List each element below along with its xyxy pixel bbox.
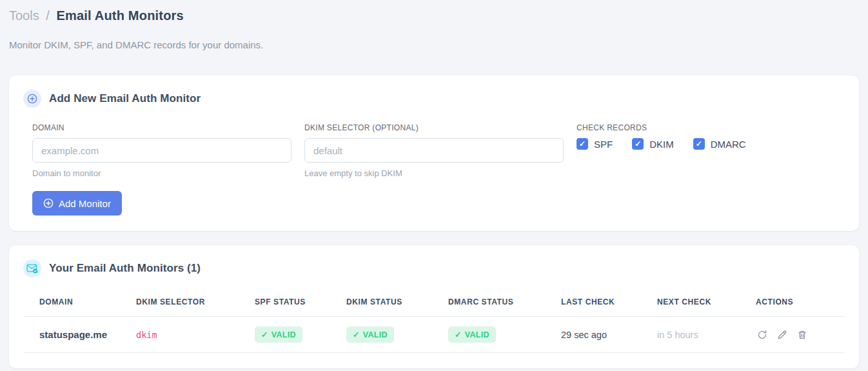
dmarc-status-text: VALID (465, 330, 489, 339)
add-monitor-card-title: Add New Email Auth Monitor (49, 92, 201, 105)
dkim-selector-input[interactable] (304, 138, 564, 163)
refresh-icon[interactable] (756, 328, 769, 341)
dkim-status-text: VALID (363, 330, 388, 339)
page-title: Email Auth Monitors (56, 8, 184, 23)
table-row: statuspage.me dkim ✓ VALID ✓ VALID (23, 317, 845, 353)
spf-status-badge: ✓ VALID (255, 326, 302, 343)
header-dkim-selector: DKIM SELECTOR (136, 288, 255, 317)
domain-field-group: DOMAIN Domain to monitor (32, 123, 291, 178)
monitors-card: Your Email Auth Monitors (1) DOMAIN DKIM… (9, 245, 859, 368)
header-spf-status: SPF STATUS (255, 288, 346, 317)
row-next-check: in 5 hours (657, 317, 756, 353)
row-last-check: 29 sec ago (561, 317, 657, 353)
header-dmarc-status: DMARC STATUS (448, 288, 561, 317)
header-next-check: NEXT CHECK (657, 288, 756, 317)
add-monitor-card-header: Add New Email Auth Monitor (23, 90, 845, 108)
domain-input[interactable] (32, 138, 291, 163)
dkim-status-badge: ✓ VALID (346, 326, 394, 343)
check-icon: ✓ (353, 330, 360, 339)
check-records-label: CHECK RECORDS (577, 123, 836, 132)
dkim-selector-field-hint: Leave empty to skip DKIM (304, 168, 564, 178)
row-spf-status-cell: ✓ VALID (255, 317, 346, 353)
plus-circle-icon (23, 90, 41, 108)
dmarc-status-badge: ✓ VALID (448, 326, 496, 343)
row-dmarc-status-cell: ✓ VALID (448, 317, 561, 353)
header-actions: ACTIONS (756, 288, 845, 317)
add-monitor-form: DOMAIN Domain to monitor DKIM SELECTOR (… (23, 123, 845, 178)
check-icon: ✓ (261, 330, 268, 339)
dmarc-checkbox[interactable]: ✓ DMARC (693, 138, 746, 150)
plus-circle-icon (43, 198, 54, 208)
spf-status-text: VALID (271, 330, 296, 339)
row-actions (756, 328, 840, 341)
domain-field-label: DOMAIN (32, 123, 291, 132)
check-icon: ✓ (455, 330, 462, 339)
table-header-row: DOMAIN DKIM SELECTOR SPF STATUS DKIM STA… (23, 288, 845, 317)
checkbox-checked-icon[interactable]: ✓ (632, 138, 644, 150)
edit-icon[interactable] (776, 328, 789, 341)
dkim-selector-field-group: DKIM SELECTOR (OPTIONAL) Leave empty to … (304, 123, 564, 178)
page-subtitle: Monitor DKIM, SPF, and DMARC records for… (9, 39, 859, 50)
check-records-group: CHECK RECORDS ✓ SPF ✓ DKIM ✓ DMARC (577, 123, 836, 178)
domain-field-hint: Domain to monitor (32, 168, 291, 178)
breadcrumb: Tools / Email Auth Monitors (9, 8, 859, 23)
breadcrumb-tools-link[interactable]: Tools (9, 8, 39, 23)
header-dkim-status: DKIM STATUS (346, 288, 448, 317)
envelope-check-icon (23, 259, 41, 277)
checkbox-checked-icon[interactable]: ✓ (693, 138, 705, 150)
dkim-selector-field-label: DKIM SELECTOR (OPTIONAL) (304, 123, 564, 132)
header-last-check: LAST CHECK (561, 288, 657, 317)
check-records-options: ✓ SPF ✓ DKIM ✓ DMARC (577, 138, 836, 150)
dkim-checkbox[interactable]: ✓ DKIM (632, 138, 674, 150)
add-monitor-button-label: Add Monitor (59, 198, 111, 209)
row-actions-cell (756, 317, 845, 353)
dmarc-checkbox-label: DMARC (711, 139, 746, 150)
header-domain: DOMAIN (23, 288, 136, 317)
monitors-table-wrap: DOMAIN DKIM SELECTOR SPF STATUS DKIM STA… (23, 288, 845, 353)
monitors-card-title: Your Email Auth Monitors (1) (49, 262, 201, 275)
row-dkim-status-cell: ✓ VALID (346, 317, 448, 353)
row-dkim-selector: dkim (136, 317, 255, 353)
spf-checkbox-label: SPF (594, 139, 613, 150)
monitors-table: DOMAIN DKIM SELECTOR SPF STATUS DKIM STA… (23, 288, 845, 353)
spf-checkbox[interactable]: ✓ SPF (577, 138, 613, 150)
checkbox-checked-icon[interactable]: ✓ (577, 138, 588, 150)
delete-icon[interactable] (796, 328, 809, 341)
page: Tools / Email Auth Monitors Monitor DKIM… (0, 0, 868, 368)
add-monitor-button[interactable]: Add Monitor (32, 191, 122, 216)
monitors-card-header: Your Email Auth Monitors (1) (23, 259, 845, 277)
breadcrumb-separator: / (46, 8, 50, 23)
add-monitor-card: Add New Email Auth Monitor DOMAIN Domain… (9, 75, 859, 231)
dkim-checkbox-label: DKIM (649, 139, 674, 150)
row-domain: statuspage.me (23, 317, 136, 353)
